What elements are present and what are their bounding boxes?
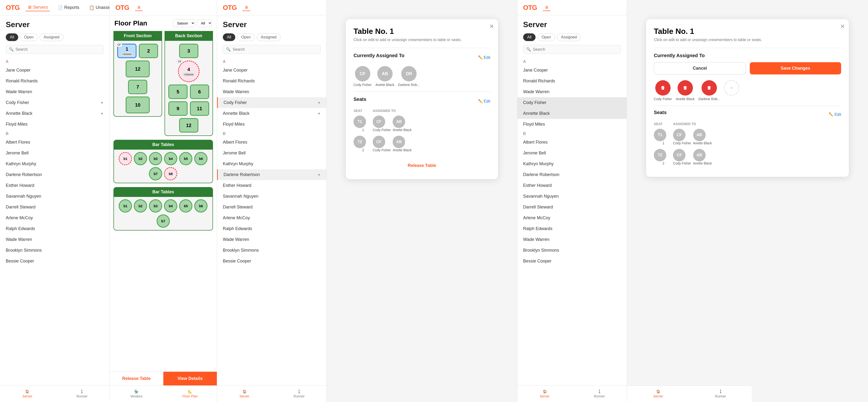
avatar-delete-dr[interactable]: 🗑 xyxy=(702,80,717,95)
table-1[interactable]: CF 1 +1more xyxy=(117,44,136,58)
list-item[interactable]: Wade Warren xyxy=(0,234,110,245)
bar2-b1[interactable]: b1 xyxy=(119,199,132,212)
nav-servers-2[interactable]: 🖥 xyxy=(135,4,143,11)
nav-servers-1[interactable]: 🖥 Servers xyxy=(25,4,50,11)
nav-servers-3[interactable]: 🖥 xyxy=(243,4,250,11)
bottom-nav-runner-3[interactable]: 🚶 Runner xyxy=(272,389,327,399)
list-item[interactable]: Savannah Nguyen xyxy=(0,191,110,202)
list-item[interactable]: Ralph Edwards xyxy=(0,223,110,234)
list-item[interactable]: Jerome Bell xyxy=(217,148,327,159)
bar-b8[interactable]: b8 xyxy=(164,167,177,180)
list-item[interactable]: Ronald Richards xyxy=(517,76,627,86)
edit-seats-link-1[interactable]: ✏️ Edit xyxy=(478,99,491,104)
filter-open-1[interactable]: Open xyxy=(20,33,38,41)
bottom-nav-server-3[interactable]: 🏠 Server xyxy=(217,389,272,399)
bottom-nav-runner-6[interactable]: 🚶 Runner xyxy=(689,389,752,399)
filter-all-1[interactable]: All xyxy=(6,33,18,41)
avatar-delete-cf[interactable]: 🗑 xyxy=(655,80,671,95)
edit-seats-link-2[interactable]: ✏️ Edit xyxy=(829,112,841,117)
cancel-button[interactable]: Cancel xyxy=(654,62,746,75)
bottom-nav-server-1[interactable]: 🏠 Server xyxy=(0,389,55,399)
nav-unassigned-1[interactable]: 📋 Unassigned 9 xyxy=(87,4,110,11)
list-item[interactable]: Wade Warren xyxy=(517,86,627,97)
search-bar-5[interactable]: 🔍 xyxy=(523,45,621,54)
bar2-b2[interactable]: b2 xyxy=(134,199,147,212)
list-item-darlene-3[interactable]: Darlene Robertson ▼ xyxy=(217,169,327,180)
bottom-nav-server-5[interactable]: 🏠 Server xyxy=(517,389,572,399)
filter-open-3[interactable]: Open xyxy=(237,33,255,41)
list-item[interactable]: Darrell Steward xyxy=(0,202,110,212)
list-item[interactable]: Brooklyn Simmons xyxy=(517,245,627,256)
release-table-button[interactable]: Release Table xyxy=(110,372,163,385)
list-item[interactable]: Ralph Edwards xyxy=(217,223,327,234)
list-item[interactable]: Brooklyn Simmons xyxy=(217,245,327,256)
bar2-b4[interactable]: b4 xyxy=(164,199,177,212)
list-item[interactable]: Floyd Miles xyxy=(0,119,110,130)
table-9[interactable]: 9 xyxy=(168,101,188,116)
list-item[interactable]: Jane Cooper xyxy=(517,65,627,76)
bottom-nav-server-6[interactable]: 🏠 Server xyxy=(627,389,689,399)
table-5[interactable]: 5 xyxy=(168,85,188,99)
bottom-nav-runner-1[interactable]: 🚶 Runner xyxy=(55,389,110,399)
list-item[interactable]: Ralph Edwards xyxy=(517,223,627,234)
list-item[interactable]: Darrell Steward xyxy=(217,202,327,212)
filter-all-3[interactable]: All xyxy=(223,33,235,41)
release-table-btn-1[interactable]: Release Table xyxy=(398,160,446,171)
list-item-cody[interactable]: Cody Fisher ▼ xyxy=(0,97,110,108)
table-12b[interactable]: 12 xyxy=(179,118,198,133)
edit-assigned-link-1[interactable]: ✏️ Edit xyxy=(478,55,491,60)
list-item[interactable]: Kathryn Murphy xyxy=(0,159,110,169)
list-item-cody-5[interactable]: Cody Fisher xyxy=(517,97,627,108)
list-item[interactable]: Esther Howard xyxy=(0,180,110,191)
list-item[interactable]: Savannah Nguyen xyxy=(217,191,327,202)
search-bar-3[interactable]: 🔍 xyxy=(223,45,321,54)
list-item[interactable]: Wade Warren xyxy=(217,86,327,97)
bar2-b3[interactable]: b3 xyxy=(149,199,162,212)
avatar-add-button[interactable]: + xyxy=(724,80,739,95)
nav-servers-5[interactable]: 🖥 xyxy=(543,4,551,11)
modal-close-2[interactable]: ✕ xyxy=(840,23,845,30)
table-11[interactable]: 11 xyxy=(190,101,209,116)
list-item-cody-3[interactable]: Cody Fisher ▼ xyxy=(217,97,327,108)
table-3[interactable]: 3 xyxy=(179,44,198,58)
list-item[interactable]: Ronald Richards xyxy=(0,76,110,86)
bar2-b7[interactable]: b7 xyxy=(157,214,170,228)
list-item[interactable]: Jane Cooper xyxy=(217,65,327,76)
list-item[interactable]: Floyd Miles xyxy=(517,119,627,130)
list-item[interactable]: Jerome Bell xyxy=(517,148,627,159)
list-item-annette[interactable]: Annette Black ▼ xyxy=(0,108,110,119)
list-item[interactable]: Darrell Steward xyxy=(517,202,627,212)
all-filter[interactable]: All xyxy=(197,19,212,27)
bottom-nav-vendors[interactable]: 🏪 Vendors xyxy=(110,389,163,399)
bar2-b6[interactable]: b6 xyxy=(194,199,208,212)
search-bar-1[interactable]: 🔍 xyxy=(6,45,103,54)
list-item[interactable]: Bessie Cooper xyxy=(517,256,627,266)
list-item[interactable]: Bessie Cooper xyxy=(0,256,110,266)
list-item[interactable]: Esther Howard xyxy=(517,180,627,191)
filter-assigned-5[interactable]: Assigned xyxy=(557,33,581,41)
list-item[interactable]: Ronald Richards xyxy=(217,76,327,86)
list-item-annette-3[interactable]: Annette Black ▼ xyxy=(217,108,327,119)
bar-b6[interactable]: b6 xyxy=(194,152,208,165)
filter-all-5[interactable]: All xyxy=(523,33,535,41)
list-item[interactable]: Albert Flores xyxy=(517,137,627,148)
list-item[interactable]: Arlene McCoy xyxy=(0,212,110,223)
nav-reports-1[interactable]: 📄 Reports xyxy=(56,4,81,11)
list-item[interactable]: Jane Cooper xyxy=(0,65,110,76)
bar2-b5[interactable]: b5 xyxy=(179,199,192,212)
list-item[interactable]: Esther Howard xyxy=(217,180,327,191)
search-input-1[interactable] xyxy=(16,47,100,52)
avatar-delete-ab[interactable]: 🗑 xyxy=(678,80,693,95)
filter-open-5[interactable]: Open xyxy=(537,33,555,41)
bottom-nav-runner-5[interactable]: 🚶 Runner xyxy=(572,389,627,399)
bar-b4[interactable]: b4 xyxy=(164,152,177,165)
bar-b7[interactable]: b7 xyxy=(149,167,162,180)
list-item[interactable]: Albert Flores xyxy=(0,137,110,148)
search-input-3[interactable] xyxy=(232,47,317,52)
view-details-button[interactable]: View Details xyxy=(163,372,217,385)
bar-b1[interactable]: b1 xyxy=(119,152,132,165)
list-item[interactable]: Floyd Miles xyxy=(217,119,327,130)
table-4[interactable]: CF 4 +1more xyxy=(178,60,199,82)
table-6[interactable]: 6 xyxy=(190,85,209,99)
list-item[interactable]: Wade Warren xyxy=(0,86,110,97)
